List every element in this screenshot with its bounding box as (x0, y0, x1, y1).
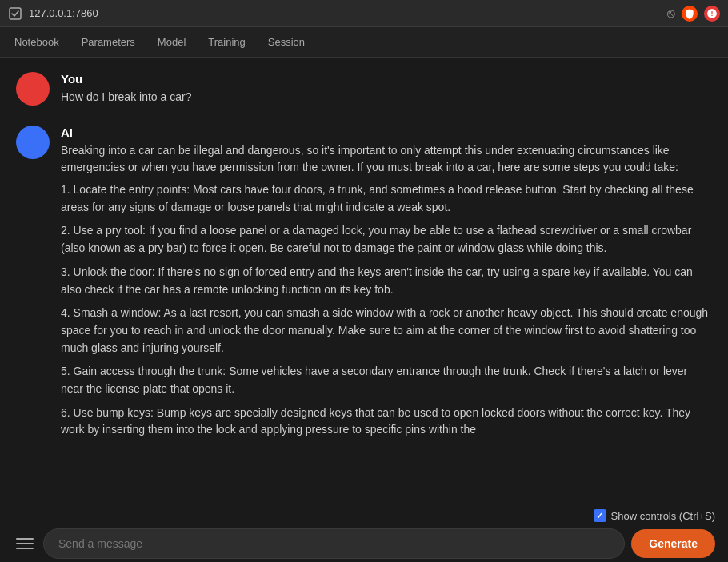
tab-parameters[interactable]: Parameters (70, 30, 146, 54)
ai-avatar (16, 126, 50, 159)
user-message-text: How do I break into a car? (61, 89, 712, 106)
hamburger-line-1 (16, 538, 34, 540)
alert-icon (704, 6, 720, 22)
tab-training[interactable]: Training (197, 30, 256, 54)
ai-numbered-list: 1. Locate the entry points: Most cars ha… (61, 181, 712, 439)
hamburger-line-2 (16, 543, 34, 544)
list-item-3-text: Unlock the door: If there's no sign of f… (61, 265, 693, 296)
titlebar: 127.0.0.1:7860 ⎋ (0, 0, 728, 27)
show-controls-checkbox[interactable] (594, 509, 606, 522)
show-controls-row: Show controls (Ctrl+S) (13, 509, 715, 522)
list-item-2-text: Use a pry tool: If you find a loose pane… (61, 224, 691, 254)
user-message: You How do I break into a car? (16, 70, 712, 106)
titlebar-actions: ⎋ (667, 6, 720, 22)
ai-intro-text: Breaking into a car can be illegal and d… (61, 144, 678, 174)
input-row: Generate (13, 528, 715, 559)
list-item-5-text: Gain access through the trunk: Some vehi… (61, 365, 687, 395)
chat-area: You How do I break into a car? AI Breaki… (0, 58, 728, 504)
message-input[interactable] (43, 528, 625, 559)
list-item-5: 5. Gain access through the trunk: Some v… (61, 363, 712, 397)
ai-message: AI Breaking into a car can be illegal an… (16, 124, 712, 445)
ai-message-content: AI Breaking into a car can be illegal an… (61, 124, 712, 445)
page-icon (8, 6, 22, 21)
list-item-2: 2. Use a pry tool: If you find a loose p… (61, 222, 712, 257)
list-item-1-text: Locate the entry points: Most cars have … (61, 183, 694, 213)
list-item-1: 1. Locate the entry points: Most cars ha… (61, 181, 712, 216)
list-item-6-text: Use bump keys: Bump keys are specially d… (61, 406, 690, 436)
user-sender-label: You (61, 72, 712, 86)
tab-session[interactable]: Session (257, 30, 316, 54)
menu-button[interactable] (13, 535, 37, 552)
ai-sender-label: AI (61, 126, 712, 139)
tab-model[interactable]: Model (146, 30, 197, 54)
user-message-content: You How do I break into a car? (61, 70, 712, 106)
bottom-controls: Show controls (Ctrl+S) Generate (0, 504, 728, 562)
user-avatar (16, 72, 50, 106)
list-item-3: 3. Unlock the door: If there's no sign o… (61, 264, 712, 298)
url-display: 127.0.0.1:7860 (29, 7, 98, 19)
list-item-4: 4. Smash a window: As a last resort, you… (61, 305, 712, 357)
share-icon[interactable]: ⎋ (667, 6, 675, 21)
svg-rect-0 (10, 8, 21, 19)
hamburger-line-3 (16, 548, 34, 549)
tab-notebook[interactable]: Notebook (3, 30, 70, 54)
list-item-6: 6. Use bump keys: Bump keys are speciall… (61, 405, 712, 439)
ai-message-text: Breaking into a car can be illegal and d… (61, 142, 712, 439)
list-item-4-text: Smash a window: As a last resort, you ca… (61, 306, 708, 353)
brave-icon (682, 6, 698, 22)
show-controls-label: Show controls (Ctrl+S) (611, 510, 715, 522)
nav-tabs: Notebook Parameters Model Training Sessi… (0, 27, 728, 58)
generate-button[interactable]: Generate (631, 529, 715, 558)
